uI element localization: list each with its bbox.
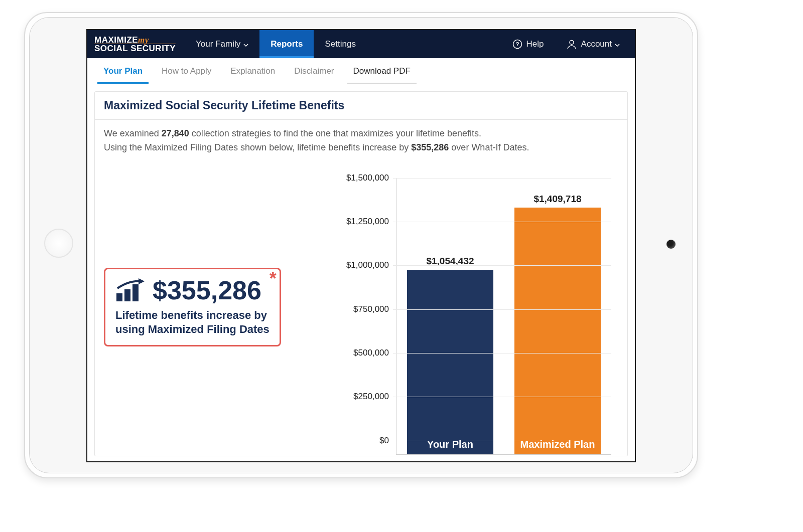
svg-rect-4 bbox=[124, 289, 130, 301]
svg-text:?: ? bbox=[515, 41, 519, 47]
gridline bbox=[393, 178, 611, 179]
summary-text: We examined 27,840 collection strategies… bbox=[104, 127, 618, 155]
sub-tab-bar: Your Plan How to Apply Explanation Discl… bbox=[87, 58, 635, 84]
y-tick-label: $0 bbox=[337, 436, 389, 446]
summary-1b: 27,840 bbox=[162, 128, 189, 138]
y-tick-label: $250,000 bbox=[337, 392, 389, 402]
tablet-camera bbox=[666, 240, 676, 249]
nav-reports-label: Reports bbox=[271, 39, 303, 49]
brand-line1: MAXIMIZEmy bbox=[94, 36, 176, 44]
chart-bar: $1,409,718Maximized Plan bbox=[514, 208, 600, 454]
y-tick-label: $1,500,000 bbox=[337, 173, 389, 183]
callout-amount: $355,286 bbox=[153, 277, 261, 303]
nav-your-family[interactable]: Your Family bbox=[185, 30, 259, 58]
chart-bar: $1,054,432Your Plan bbox=[407, 270, 493, 454]
callout-subtitle: Lifetime benefits increase by using Maxi… bbox=[115, 308, 270, 336]
callout-amount-row: $355,286 bbox=[115, 277, 270, 303]
nav-your-family-label: Your Family bbox=[196, 39, 240, 49]
lifetime-benefits-chart: $1,054,432Your Plan$1,409,718Maximized P… bbox=[337, 160, 618, 455]
gridline bbox=[393, 397, 611, 397]
subtab-disclaimer-label: Disclaimer bbox=[294, 66, 334, 76]
nav-help[interactable]: ? Help bbox=[501, 39, 555, 49]
panel-body: We examined 27,840 collection strategies… bbox=[95, 120, 627, 455]
subtab-explanation-label: Explanation bbox=[230, 66, 275, 76]
callout-line2: using Maximized Filing Dates bbox=[115, 323, 270, 335]
subtab-explanation[interactable]: Explanation bbox=[221, 58, 284, 84]
gridline bbox=[393, 265, 611, 266]
summary-2a: Using the Maximized Filing Dates shown b… bbox=[104, 142, 411, 152]
subtab-disclaimer[interactable]: Disclaimer bbox=[285, 58, 343, 84]
brand-line2: SOCIAL SECURITY bbox=[94, 44, 176, 52]
summary-1a: We examined bbox=[104, 128, 162, 138]
subtab-how-to-apply[interactable]: How to Apply bbox=[153, 58, 220, 84]
bar-value-label: $1,409,718 bbox=[533, 194, 581, 205]
brand-logo[interactable]: MAXIMIZEmy SOCIAL SECURITY bbox=[87, 30, 185, 58]
callout-line1: Lifetime benefits increase by bbox=[115, 309, 267, 321]
nav-reports[interactable]: Reports bbox=[259, 30, 314, 58]
svg-point-2 bbox=[570, 41, 574, 45]
tablet-frame: MAXIMIZEmy SOCIAL SECURITY Your Family R… bbox=[24, 12, 698, 478]
y-tick-label: $1,250,000 bbox=[337, 217, 389, 227]
nav-settings-label: Settings bbox=[325, 39, 355, 49]
top-nav: MAXIMIZEmy SOCIAL SECURITY Your Family R… bbox=[87, 30, 635, 58]
help-icon: ? bbox=[512, 39, 522, 49]
gridline bbox=[393, 309, 611, 310]
chevron-down-icon bbox=[243, 39, 248, 49]
y-tick-label: $500,000 bbox=[337, 348, 389, 358]
summary-2b: $355,286 bbox=[411, 142, 449, 152]
panel-title: Maximized Social Security Lifetime Benef… bbox=[95, 92, 627, 120]
callout-wrap: * $355,286 bbox=[104, 160, 325, 455]
asterisk-icon: * bbox=[270, 268, 277, 289]
nav-account-label: Account bbox=[581, 39, 612, 49]
subtab-your-plan[interactable]: Your Plan bbox=[94, 58, 152, 84]
chart-plot-area: $1,054,432Your Plan$1,409,718Maximized P… bbox=[396, 178, 611, 455]
y-tick-label: $750,000 bbox=[337, 304, 389, 314]
gridline bbox=[393, 441, 611, 441]
increase-callout: * $355,286 bbox=[104, 268, 281, 346]
nav-settings[interactable]: Settings bbox=[314, 30, 366, 58]
brand-maximize: MAXIMIZE bbox=[94, 35, 138, 45]
subtab-how-to-apply-label: How to Apply bbox=[162, 66, 211, 76]
subtab-your-plan-label: Your Plan bbox=[103, 66, 143, 76]
tablet-home-button[interactable] bbox=[44, 229, 73, 258]
chevron-down-icon bbox=[615, 39, 624, 49]
bar-value-label: $1,054,432 bbox=[426, 256, 474, 267]
nav-help-label: Help bbox=[526, 39, 544, 49]
app-screen: MAXIMIZEmy SOCIAL SECURITY Your Family R… bbox=[86, 29, 636, 462]
content-panel: Maximized Social Security Lifetime Benef… bbox=[94, 91, 628, 456]
summary-1c: collection strategies to find the one th… bbox=[189, 128, 481, 138]
account-icon bbox=[566, 39, 577, 49]
summary-2c: over What-If Dates. bbox=[449, 142, 529, 152]
subtab-download-pdf[interactable]: Download PDF bbox=[344, 58, 420, 84]
gridline bbox=[393, 222, 611, 222]
nav-account[interactable]: Account bbox=[555, 39, 635, 49]
chart-growth-icon bbox=[115, 278, 147, 302]
y-tick-label: $1,000,000 bbox=[337, 260, 389, 270]
svg-rect-5 bbox=[132, 284, 139, 301]
content-row: * $355,286 bbox=[104, 160, 618, 455]
subtab-download-pdf-label: Download PDF bbox=[353, 66, 411, 76]
gridline bbox=[393, 353, 611, 353]
svg-rect-3 bbox=[116, 293, 122, 301]
brand-my: my bbox=[138, 35, 149, 45]
